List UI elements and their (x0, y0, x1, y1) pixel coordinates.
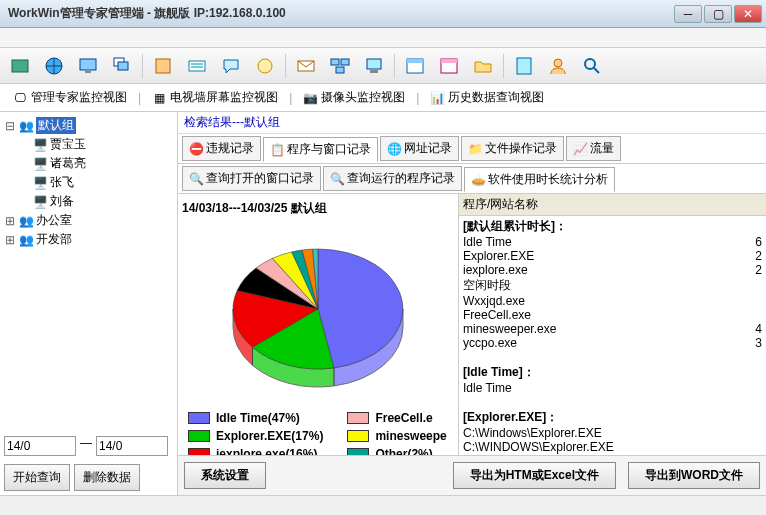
close-button[interactable]: ✕ (734, 5, 762, 23)
date-from-input[interactable] (4, 436, 76, 456)
minimize-button[interactable]: ─ (674, 5, 702, 23)
maximize-button[interactable]: ▢ (704, 5, 732, 23)
windows-icon[interactable] (108, 52, 136, 80)
tool-icon-6[interactable] (183, 52, 211, 80)
pie-icon: 🥧 (471, 173, 485, 187)
main-toolbar (0, 48, 766, 84)
tree-node-user[interactable]: 🖥️诸葛亮 (32, 154, 173, 173)
tree-node-office[interactable]: ⊞👥办公室 (4, 211, 173, 230)
tab-url[interactable]: 🌐网址记录 (380, 136, 459, 161)
svg-rect-7 (189, 61, 205, 71)
pc-icon: 🖥️ (32, 156, 48, 172)
tab-violation[interactable]: ⛔违规记录 (182, 136, 261, 161)
history-icon: 📊 (430, 91, 444, 105)
mail-icon[interactable] (292, 52, 320, 80)
bottom-buttons: 系统设置 导出为HTM或Excel文件 导出到WORD文件 (178, 455, 766, 495)
chat-icon[interactable] (217, 52, 245, 80)
collapse-icon[interactable]: ⊟ (4, 119, 16, 133)
file-icon: 📁 (468, 142, 482, 156)
svg-rect-12 (336, 67, 344, 73)
pc-icon: 🖥️ (32, 175, 48, 191)
pc-icon: 🖥️ (32, 137, 48, 153)
legend-item: FreeCell.e (347, 411, 446, 425)
start-query-button[interactable]: 开始查询 (4, 464, 70, 491)
tab-program-window[interactable]: 📋程序与窗口记录 (263, 137, 378, 162)
svg-rect-2 (80, 59, 96, 70)
svg-rect-14 (370, 70, 378, 73)
window-icon: 🖵 (13, 91, 27, 105)
tab-fileop[interactable]: 📁文件操作记录 (461, 136, 564, 161)
monitor-icon[interactable] (74, 52, 102, 80)
export-word-button[interactable]: 导出到WORD文件 (628, 462, 760, 489)
search-icon: 🔍 (189, 172, 203, 186)
svg-rect-0 (12, 60, 28, 72)
history-view-button[interactable]: 📊历史数据查询视图 (423, 85, 551, 110)
chart-title: 14/03/18---14/03/25 默认组 (182, 198, 454, 223)
tab-running-programs[interactable]: 🔍查询运行的程序记录 (323, 166, 462, 191)
tree-node-user[interactable]: 🖥️贾宝玉 (32, 135, 173, 154)
screens-icon[interactable] (326, 52, 354, 80)
chart-icon: 📈 (573, 142, 587, 156)
program-list-panel: 程序/网站名称 [默认组累计时长]： Idle Time6 Explorer.E… (458, 194, 766, 455)
tab-traffic[interactable]: 📈流量 (566, 136, 621, 161)
titlebar: WorkWin管理专家管理端 - 旗舰版 IP:192.168.0.100 ─ … (0, 0, 766, 28)
tree-node-dev[interactable]: ⊞👥开发部 (4, 230, 173, 249)
tree-node-user[interactable]: 🖥️刘备 (32, 192, 173, 211)
system-settings-button[interactable]: 系统设置 (184, 462, 266, 489)
tabs-level1: ⛔违规记录 📋程序与窗口记录 🌐网址记录 📁文件操作记录 📈流量 (178, 134, 766, 164)
svg-point-8 (258, 59, 272, 73)
legend: Idle Time(47%)Explorer.EXE(17%)iexplore.… (182, 411, 454, 455)
delete-data-button[interactable]: 删除数据 (74, 464, 140, 491)
tab-usage-stats[interactable]: 🥧软件使用时长统计分析 (464, 167, 615, 192)
svg-rect-11 (341, 59, 349, 65)
computer-icon[interactable] (360, 52, 388, 80)
export-html-excel-button[interactable]: 导出为HTM或Excel文件 (453, 462, 616, 489)
expand-icon[interactable]: ⊞ (4, 233, 16, 247)
tool-icon-1[interactable] (6, 52, 34, 80)
globe-icon[interactable] (40, 52, 68, 80)
legend-item: Other(2%) (347, 447, 446, 455)
tool-icon-5[interactable] (149, 52, 177, 80)
window-title: WorkWin管理专家管理端 - 旗舰版 IP:192.168.0.100 (4, 5, 674, 22)
tree-root-default[interactable]: ⊟ 👥 默认组 (4, 116, 173, 135)
list-item: Explorer.EXE2 (463, 249, 762, 263)
svg-rect-5 (118, 62, 128, 70)
search-icon[interactable] (578, 52, 606, 80)
tool-icon-13[interactable] (435, 52, 463, 80)
user-icon[interactable] (544, 52, 572, 80)
search-result-label: 检索结果---默认组 (178, 112, 766, 134)
menubar (0, 28, 766, 48)
list-item: Wxxjqd.exe (463, 294, 762, 308)
legend-item: iexplore.exe(16%) (188, 447, 323, 455)
tree-node-user[interactable]: 🖥️张飞 (32, 173, 173, 192)
tool-icon-8[interactable] (251, 52, 279, 80)
tvwall-view-button[interactable]: ▦电视墙屏幕监控视图 (145, 85, 285, 110)
camera-icon: 📷 (303, 91, 317, 105)
tabs-level2: 🔍查询打开的窗口记录 🔍查询运行的程序记录 🥧软件使用时长统计分析 (178, 164, 766, 194)
list-item: minesweeper.exe4 (463, 322, 762, 336)
tool-icon-12[interactable] (401, 52, 429, 80)
group-icon: 👥 (18, 118, 34, 134)
group-idle: [Idle Time]： (463, 364, 762, 381)
program-list[interactable]: [默认组累计时长]： Idle Time6 Explorer.EXE2 iexp… (459, 216, 766, 455)
svg-rect-16 (407, 59, 423, 63)
folder-icon[interactable] (469, 52, 497, 80)
tree[interactable]: ⊟ 👥 默认组 🖥️贾宝玉 🖥️诸葛亮 🖥️张飞 🖥️刘备 ⊞👥办公室 ⊞👥开发… (0, 112, 177, 432)
list-header: 程序/网站名称 (459, 194, 766, 216)
tab-open-windows[interactable]: 🔍查询打开的窗口记录 (182, 166, 321, 191)
pie-chart (223, 231, 413, 401)
grid-icon: ▦ (152, 91, 166, 105)
expand-icon[interactable]: ⊞ (4, 214, 16, 228)
content-pane: 检索结果---默认组 ⛔违规记录 📋程序与窗口记录 🌐网址记录 📁文件操作记录 … (178, 112, 766, 495)
list-item: C:\WINDOWS\Explorer.EXE (463, 440, 762, 454)
date-to-input[interactable] (96, 436, 168, 456)
tool-icon-15[interactable] (510, 52, 538, 80)
list-item: Idle Time (463, 381, 762, 395)
svg-point-20 (554, 59, 562, 67)
svg-rect-3 (85, 71, 91, 73)
admin-view-button[interactable]: 🖵管理专家监控视图 (6, 85, 134, 110)
list-item: C:\Windows\Explorer.EXE (463, 426, 762, 440)
web-icon: 🌐 (387, 142, 401, 156)
forbid-icon: ⛔ (189, 142, 203, 156)
camera-view-button[interactable]: 📷摄像头监控视图 (296, 85, 412, 110)
